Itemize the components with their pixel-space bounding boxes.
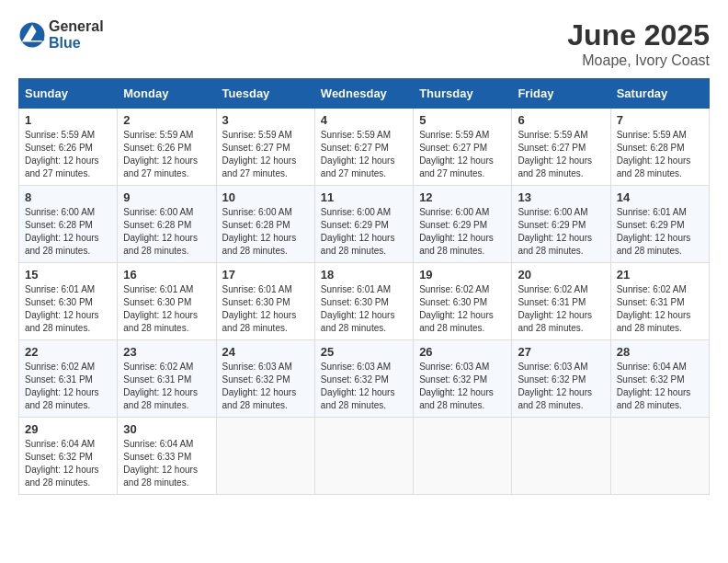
calendar-week-row: 29 Sunrise: 6:04 AM Sunset: 6:32 PM Dayl… bbox=[19, 418, 710, 495]
day-number: 24 bbox=[222, 345, 309, 359]
table-row: 29 Sunrise: 6:04 AM Sunset: 6:32 PM Dayl… bbox=[19, 418, 118, 495]
table-row: 22 Sunrise: 6:02 AM Sunset: 6:31 PM Dayl… bbox=[19, 340, 118, 418]
day-info: Sunrise: 6:02 AM Sunset: 6:31 PM Dayligh… bbox=[617, 283, 703, 335]
table-row: 8 Sunrise: 6:00 AM Sunset: 6:28 PM Dayli… bbox=[19, 186, 118, 263]
table-row: 9 Sunrise: 6:00 AM Sunset: 6:28 PM Dayli… bbox=[118, 186, 216, 263]
header-friday: Friday bbox=[512, 79, 610, 109]
day-info: Sunrise: 6:01 AM Sunset: 6:30 PM Dayligh… bbox=[123, 283, 210, 335]
day-number: 2 bbox=[123, 113, 210, 127]
day-number: 17 bbox=[222, 268, 309, 282]
table-row bbox=[216, 418, 314, 495]
logo-general: General bbox=[49, 18, 104, 34]
calendar-title: June 2025 bbox=[567, 18, 710, 52]
day-info: Sunrise: 5:59 AM Sunset: 6:26 PM Dayligh… bbox=[25, 129, 111, 180]
day-number: 3 bbox=[222, 113, 309, 127]
day-info: Sunrise: 6:04 AM Sunset: 6:33 PM Dayligh… bbox=[123, 438, 210, 489]
table-row bbox=[314, 418, 413, 495]
day-number: 12 bbox=[419, 190, 506, 204]
table-row: 24 Sunrise: 6:03 AM Sunset: 6:32 PM Dayl… bbox=[216, 340, 314, 418]
day-info: Sunrise: 6:02 AM Sunset: 6:30 PM Dayligh… bbox=[419, 283, 506, 335]
day-info: Sunrise: 5:59 AM Sunset: 6:27 PM Dayligh… bbox=[222, 129, 309, 180]
calendar-week-row: 1 Sunrise: 5:59 AM Sunset: 6:26 PM Dayli… bbox=[19, 109, 710, 186]
day-number: 9 bbox=[123, 190, 210, 204]
table-row: 1 Sunrise: 5:59 AM Sunset: 6:26 PM Dayli… bbox=[19, 109, 118, 186]
table-row: 28 Sunrise: 6:04 AM Sunset: 6:32 PM Dayl… bbox=[610, 340, 709, 418]
header-saturday: Saturday bbox=[610, 79, 709, 109]
table-row: 4 Sunrise: 5:59 AM Sunset: 6:27 PM Dayli… bbox=[314, 109, 413, 186]
day-number: 28 bbox=[617, 345, 703, 359]
table-row: 5 Sunrise: 5:59 AM Sunset: 6:27 PM Dayli… bbox=[414, 109, 512, 186]
day-number: 4 bbox=[321, 113, 407, 127]
header-wednesday: Wednesday bbox=[314, 79, 413, 109]
table-row bbox=[414, 418, 512, 495]
day-info: Sunrise: 6:02 AM Sunset: 6:31 PM Dayligh… bbox=[518, 283, 604, 335]
day-info: Sunrise: 6:01 AM Sunset: 6:30 PM Dayligh… bbox=[25, 283, 111, 335]
logo-blue: Blue bbox=[49, 35, 81, 51]
day-info: Sunrise: 6:04 AM Sunset: 6:32 PM Dayligh… bbox=[25, 438, 111, 489]
day-info: Sunrise: 6:01 AM Sunset: 6:29 PM Dayligh… bbox=[617, 206, 703, 258]
calendar-header-row: Sunday Monday Tuesday Wednesday Thursday… bbox=[19, 79, 710, 109]
day-info: Sunrise: 6:00 AM Sunset: 6:29 PM Dayligh… bbox=[321, 206, 407, 258]
day-info: Sunrise: 5:59 AM Sunset: 6:26 PM Dayligh… bbox=[123, 129, 210, 180]
day-info: Sunrise: 6:01 AM Sunset: 6:30 PM Dayligh… bbox=[321, 283, 407, 335]
table-row bbox=[610, 418, 709, 495]
title-area: June 2025 Moape, Ivory Coast bbox=[567, 18, 710, 69]
day-number: 26 bbox=[419, 345, 506, 359]
table-row: 13 Sunrise: 6:00 AM Sunset: 6:29 PM Dayl… bbox=[512, 186, 610, 263]
day-info: Sunrise: 5:59 AM Sunset: 6:27 PM Dayligh… bbox=[321, 129, 407, 180]
day-number: 18 bbox=[321, 268, 407, 282]
table-row: 19 Sunrise: 6:02 AM Sunset: 6:30 PM Dayl… bbox=[414, 263, 512, 340]
day-number: 13 bbox=[518, 190, 604, 204]
day-number: 8 bbox=[25, 190, 111, 204]
table-row: 15 Sunrise: 6:01 AM Sunset: 6:30 PM Dayl… bbox=[19, 263, 118, 340]
table-row: 23 Sunrise: 6:02 AM Sunset: 6:31 PM Dayl… bbox=[118, 340, 216, 418]
day-number: 7 bbox=[617, 113, 703, 127]
table-row: 30 Sunrise: 6:04 AM Sunset: 6:33 PM Dayl… bbox=[118, 418, 216, 495]
day-number: 11 bbox=[321, 190, 407, 204]
day-number: 27 bbox=[518, 345, 604, 359]
header: General Blue June 2025 Moape, Ivory Coas… bbox=[18, 18, 710, 69]
day-number: 20 bbox=[518, 268, 604, 282]
day-info: Sunrise: 6:03 AM Sunset: 6:32 PM Dayligh… bbox=[419, 361, 506, 412]
day-number: 1 bbox=[25, 113, 111, 127]
day-number: 6 bbox=[518, 113, 604, 127]
day-number: 10 bbox=[222, 190, 309, 204]
header-thursday: Thursday bbox=[414, 79, 512, 109]
day-info: Sunrise: 6:01 AM Sunset: 6:30 PM Dayligh… bbox=[222, 283, 309, 335]
day-number: 23 bbox=[123, 345, 210, 359]
day-info: Sunrise: 5:59 AM Sunset: 6:27 PM Dayligh… bbox=[419, 129, 506, 180]
day-info: Sunrise: 6:03 AM Sunset: 6:32 PM Dayligh… bbox=[222, 361, 309, 412]
day-number: 15 bbox=[25, 268, 111, 282]
day-info: Sunrise: 6:00 AM Sunset: 6:28 PM Dayligh… bbox=[222, 206, 309, 258]
day-number: 30 bbox=[123, 422, 210, 436]
day-number: 14 bbox=[617, 190, 703, 204]
table-row: 7 Sunrise: 5:59 AM Sunset: 6:28 PM Dayli… bbox=[610, 109, 709, 186]
table-row bbox=[512, 418, 610, 495]
day-info: Sunrise: 6:00 AM Sunset: 6:28 PM Dayligh… bbox=[123, 206, 210, 258]
calendar-table: Sunday Monday Tuesday Wednesday Thursday… bbox=[18, 78, 710, 495]
calendar-subtitle: Moape, Ivory Coast bbox=[567, 52, 710, 69]
table-row: 6 Sunrise: 5:59 AM Sunset: 6:27 PM Dayli… bbox=[512, 109, 610, 186]
table-row: 11 Sunrise: 6:00 AM Sunset: 6:29 PM Dayl… bbox=[314, 186, 413, 263]
logo-icon bbox=[18, 21, 46, 49]
table-row: 3 Sunrise: 5:59 AM Sunset: 6:27 PM Dayli… bbox=[216, 109, 314, 186]
day-info: Sunrise: 6:00 AM Sunset: 6:29 PM Dayligh… bbox=[518, 206, 604, 258]
day-info: Sunrise: 6:04 AM Sunset: 6:32 PM Dayligh… bbox=[617, 361, 703, 412]
table-row: 16 Sunrise: 6:01 AM Sunset: 6:30 PM Dayl… bbox=[118, 263, 216, 340]
header-monday: Monday bbox=[118, 79, 216, 109]
table-row: 17 Sunrise: 6:01 AM Sunset: 6:30 PM Dayl… bbox=[216, 263, 314, 340]
day-info: Sunrise: 6:03 AM Sunset: 6:32 PM Dayligh… bbox=[321, 361, 407, 412]
day-info: Sunrise: 6:03 AM Sunset: 6:32 PM Dayligh… bbox=[518, 361, 604, 412]
table-row: 21 Sunrise: 6:02 AM Sunset: 6:31 PM Dayl… bbox=[610, 263, 709, 340]
day-number: 19 bbox=[419, 268, 506, 282]
table-row: 2 Sunrise: 5:59 AM Sunset: 6:26 PM Dayli… bbox=[118, 109, 216, 186]
day-info: Sunrise: 5:59 AM Sunset: 6:28 PM Dayligh… bbox=[617, 129, 703, 180]
table-row: 20 Sunrise: 6:02 AM Sunset: 6:31 PM Dayl… bbox=[512, 263, 610, 340]
day-number: 25 bbox=[321, 345, 407, 359]
day-info: Sunrise: 6:00 AM Sunset: 6:28 PM Dayligh… bbox=[25, 206, 111, 258]
day-number: 21 bbox=[617, 268, 703, 282]
day-info: Sunrise: 6:00 AM Sunset: 6:29 PM Dayligh… bbox=[419, 206, 506, 258]
logo: General Blue bbox=[18, 18, 104, 52]
table-row: 26 Sunrise: 6:03 AM Sunset: 6:32 PM Dayl… bbox=[414, 340, 512, 418]
header-sunday: Sunday bbox=[19, 79, 118, 109]
